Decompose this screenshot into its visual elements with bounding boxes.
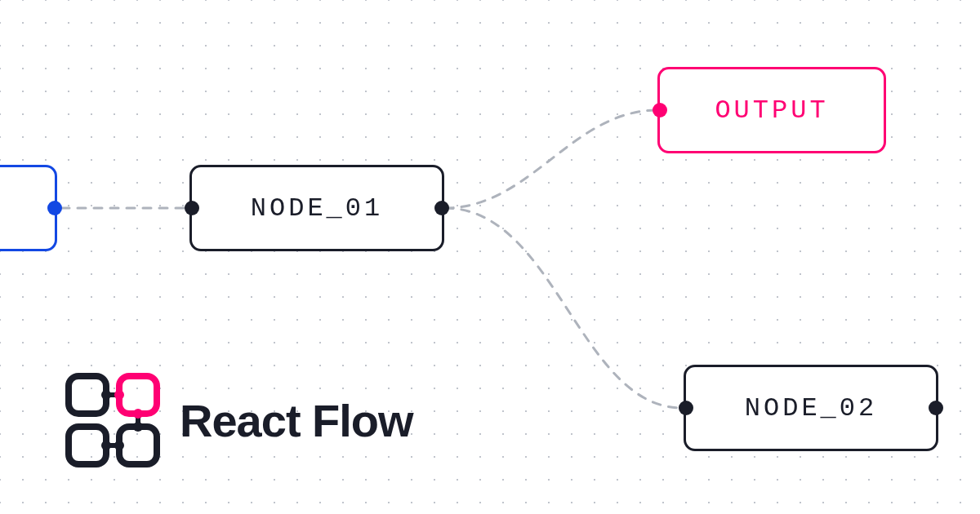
svg-point-11 — [101, 441, 111, 450]
edge-node01-output — [445, 110, 657, 208]
svg-point-7 — [101, 390, 111, 400]
flow-canvas[interactable]: NODE_01 OUTPUT NODE_02 — [0, 0, 980, 514]
svg-point-9 — [133, 409, 143, 419]
node-01[interactable]: NODE_01 — [189, 165, 444, 251]
handle-output-left[interactable] — [653, 103, 667, 117]
svg-rect-3 — [119, 427, 157, 464]
svg-point-12 — [114, 441, 124, 450]
brand-label: React Flow — [180, 394, 413, 447]
react-flow-logo-icon — [64, 371, 162, 469]
edge-node01-node02 — [445, 208, 682, 408]
svg-rect-1 — [119, 376, 157, 414]
node-02[interactable]: NODE_02 — [684, 365, 938, 451]
svg-point-8 — [114, 390, 124, 400]
handle-node01-left[interactable] — [185, 201, 199, 215]
node-01-label: NODE_01 — [251, 193, 383, 224]
node-output[interactable]: OUTPUT — [657, 67, 886, 153]
handle-node01-right[interactable] — [434, 201, 449, 215]
handle-input-right[interactable] — [47, 201, 62, 215]
svg-rect-0 — [69, 376, 106, 414]
node-input[interactable] — [0, 165, 57, 251]
handle-node02-right[interactable] — [929, 401, 943, 415]
brand: React Flow — [64, 371, 413, 469]
svg-point-10 — [133, 422, 143, 432]
node-output-label: OUTPUT — [715, 95, 828, 126]
svg-rect-2 — [69, 427, 106, 464]
handle-node02-left[interactable] — [679, 401, 693, 415]
node-02-label: NODE_02 — [745, 393, 877, 423]
